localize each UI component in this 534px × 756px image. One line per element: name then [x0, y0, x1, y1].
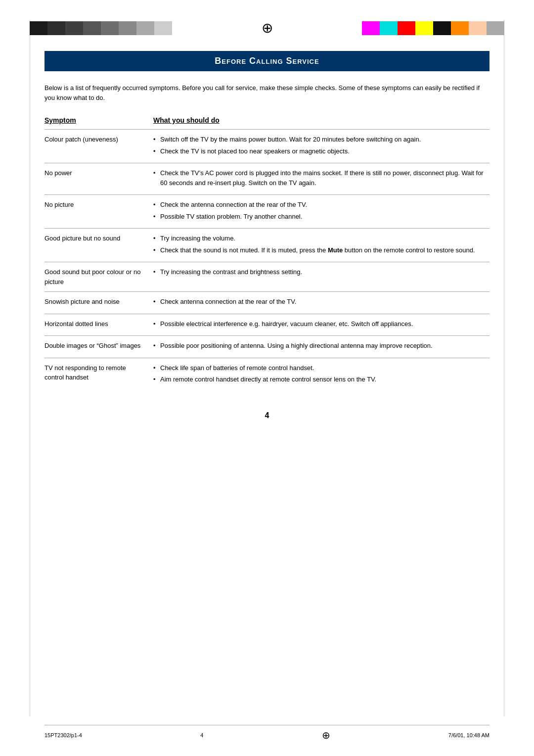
side-line-left: [30, 20, 30, 716]
swatch-gray-1: [83, 21, 101, 35]
table-row: Good picture but no soundTry increasing …: [44, 229, 490, 262]
swatch-gray-3: [119, 21, 136, 35]
footer-center: 4: [200, 732, 203, 738]
action-cell-2: Check the antenna connection at the rear…: [153, 195, 490, 229]
symptom-cell-8: TV not responding to remote control hand…: [44, 358, 153, 391]
intro-text: Below is a list of frequently occurred s…: [44, 83, 490, 102]
swatch-gray-2: [101, 21, 119, 35]
symptom-cell-4: Good sound but poor colour or no picture: [44, 262, 153, 292]
top-bar-section: ⊕: [0, 0, 534, 46]
symptom-cell-3: Good picture but no sound: [44, 229, 153, 262]
column-header-symptom: Symptom: [44, 116, 153, 130]
swatch-light-gray-2: [154, 21, 172, 35]
action-cell-7: Possible poor positioning of antenna. Us…: [153, 336, 490, 358]
table-row: TV not responding to remote control hand…: [44, 358, 490, 391]
table-row: Good sound but poor colour or no picture…: [44, 262, 490, 292]
swatch-black-right: [433, 21, 451, 35]
swatch-skin: [469, 21, 487, 35]
action-item-2-1: Possible TV station problem. Try another…: [153, 212, 490, 222]
table-row: No pictureCheck the antenna connection a…: [44, 195, 490, 229]
table-row: Horizontal dotted linesPossible electric…: [44, 314, 490, 336]
action-item-0-0: Switch off the TV by the mains power but…: [153, 135, 490, 144]
symptom-table: Symptom What you should do Colour patch …: [44, 116, 490, 391]
swatch-dark-gray-1: [47, 21, 65, 35]
action-item-1-0: Check the TV’s AC power cord is plugged …: [153, 168, 490, 188]
footer-right: 7/6/01, 10:48 AM: [448, 732, 490, 738]
action-cell-6: Possible electrical interference e.g. ha…: [153, 314, 490, 336]
action-item-5-0: Check antenna connection at the rear of …: [153, 297, 490, 307]
action-cell-0: Switch off the TV by the mains power but…: [153, 130, 490, 163]
swatch-yellow: [415, 21, 433, 35]
swatch-light-gray-1: [136, 21, 154, 35]
table-row: Snowish picture and noiseCheck antenna c…: [44, 292, 490, 314]
action-cell-4: Try increasing the contrast and brightne…: [153, 262, 490, 292]
action-item-3-1: Check that the sound is not muted. If it…: [153, 245, 490, 255]
action-cell-5: Check antenna connection at the rear of …: [153, 292, 490, 314]
table-row: Colour patch (uneveness)Switch off the T…: [44, 130, 490, 163]
table-row: No powerCheck the TV’s AC power cord is …: [44, 163, 490, 195]
swatch-red: [398, 21, 415, 35]
column-header-action: What you should do: [153, 116, 490, 130]
footer-crosshair-icon: ⊕: [322, 729, 330, 741]
symptom-cell-7: Double images or “Ghost” images: [44, 336, 153, 358]
symptom-cell-1: No power: [44, 163, 153, 195]
action-item-2-0: Check the antenna connection at the rear…: [153, 200, 490, 210]
swatch-magenta: [362, 21, 380, 35]
page-wrapper: ⊕ Before Calling Service Below is a list…: [0, 0, 534, 756]
table-header-row: Symptom What you should do: [44, 116, 490, 130]
action-item-7-0: Possible poor positioning of antenna. Us…: [153, 341, 490, 351]
page-title: Before Calling Service: [54, 56, 480, 66]
main-content: Before Calling Service Below is a list o…: [0, 46, 534, 460]
action-item-0-1: Check the TV is not placed too near spea…: [153, 146, 490, 156]
symptom-cell-6: Horizontal dotted lines: [44, 314, 153, 336]
action-item-8-1: Aim remote control handset directly at r…: [153, 375, 490, 384]
action-cell-8: Check life span of batteries of remote c…: [153, 358, 490, 391]
symptom-cell-2: No picture: [44, 195, 153, 229]
symptom-cell-5: Snowish picture and noise: [44, 292, 153, 314]
action-item-3-0: Try increasing the volume.: [153, 234, 490, 243]
color-bar-left: [30, 21, 172, 35]
color-bar-right: [362, 21, 504, 35]
swatch-gray-right: [487, 21, 504, 35]
action-item-8-0: Check life span of batteries of remote c…: [153, 363, 490, 373]
action-cell-1: Check the TV’s AC power cord is plugged …: [153, 163, 490, 195]
symptom-cell-0: Colour patch (uneveness): [44, 130, 153, 163]
bold-text: Mute: [328, 246, 343, 254]
side-line-right: [504, 20, 504, 716]
page-title-box: Before Calling Service: [44, 51, 490, 71]
action-item-6-0: Possible electrical interference e.g. ha…: [153, 319, 490, 329]
page-number: 4: [44, 411, 490, 420]
page-footer: 15PT2302/p1-4 4 ⊕ 7/6/01, 10:48 AM: [44, 725, 490, 741]
swatch-black: [30, 21, 47, 35]
action-item-4-0: Try increasing the contrast and brightne…: [153, 267, 490, 277]
footer-left: 15PT2302/p1-4: [44, 732, 82, 738]
crosshair-center-icon: ⊕: [252, 20, 282, 36]
swatch-orange: [451, 21, 469, 35]
swatch-dark-gray-2: [65, 21, 83, 35]
action-cell-3: Try increasing the volume.Check that the…: [153, 229, 490, 262]
table-row: Double images or “Ghost” imagesPossible …: [44, 336, 490, 358]
swatch-cyan: [380, 21, 398, 35]
